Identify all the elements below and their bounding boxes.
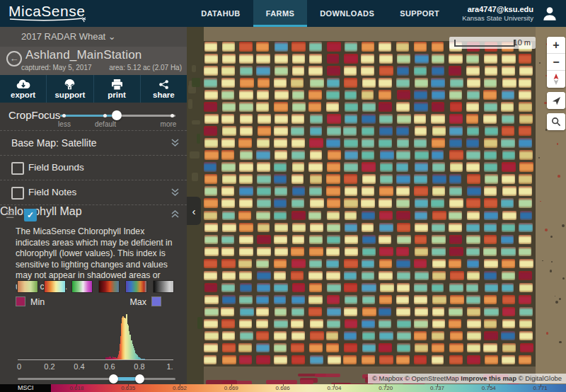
field-plot	[309, 138, 323, 148]
field-plot	[432, 126, 446, 136]
field-plot	[415, 235, 427, 245]
farm-selector-dropdown[interactable]: 2017 RADAR Wheat ⌄	[0, 27, 187, 47]
min-color-picker[interactable]	[16, 296, 25, 306]
field-plot	[308, 102, 321, 112]
field-plot	[222, 174, 236, 184]
map-canvas[interactable]: 10 m + −	[187, 27, 566, 392]
captured-date: captured: May 5, 2017	[21, 64, 92, 71]
chlorophyll-checkbox[interactable]: ✓	[24, 209, 37, 221]
nav-item-downloads[interactable]: DOWNLOADS	[307, 0, 387, 27]
zoom-in-button[interactable]: +	[547, 37, 565, 54]
field-plot	[379, 331, 393, 341]
field-plot	[483, 90, 496, 100]
field-plot	[291, 198, 304, 208]
sidebar-collapse-tab[interactable]: ‹	[187, 197, 201, 225]
field-plot	[485, 126, 498, 136]
colormap-swatch-2[interactable]	[44, 280, 65, 293]
field-plot	[326, 186, 340, 196]
field-bounds-row[interactable]: Field Bounds	[0, 155, 187, 180]
field-notes-row[interactable]: Field Notes	[0, 180, 187, 204]
field-plot	[379, 102, 392, 112]
field-plot	[257, 283, 270, 293]
back-button[interactable]: ←	[6, 51, 22, 67]
field-plot	[467, 259, 480, 269]
colormap-swatch-4[interactable]	[98, 280, 120, 293]
field-plot	[519, 114, 533, 124]
field-plot	[309, 343, 323, 353]
field-plot	[432, 90, 446, 100]
field-plot	[239, 162, 253, 172]
share-button[interactable]: share	[141, 75, 187, 103]
user-avatar-icon[interactable]	[541, 4, 559, 23]
field-plot	[275, 307, 287, 317]
locate-button[interactable]	[547, 92, 565, 109]
field-plot	[519, 138, 532, 148]
field-plot	[362, 90, 374, 100]
print-button[interactable]: print	[94, 75, 141, 103]
export-button[interactable]: export	[0, 75, 47, 103]
compass-button[interactable]	[547, 71, 565, 88]
index-value: 0.686	[276, 385, 290, 391]
histogram-range-track[interactable]	[18, 378, 175, 380]
max-group: Max	[129, 296, 161, 307]
double-chevron-down-icon[interactable]	[171, 138, 180, 148]
field-plot	[450, 271, 464, 281]
field-plot	[204, 162, 216, 172]
account-info[interactable]: ara4747@ksu.edu Kansas State University	[462, 0, 533, 27]
field-plot	[432, 247, 446, 257]
scale-label: 10 m	[514, 38, 531, 47]
field-plot	[396, 355, 410, 365]
field-plot	[397, 54, 410, 64]
field-plot	[239, 271, 252, 281]
support-button[interactable]: support	[47, 75, 93, 103]
search-button[interactable]	[547, 113, 565, 130]
field-plot	[256, 307, 269, 317]
chlorophyll-map-row[interactable]: ☰ ✓ Chlorophyll Map	[0, 204, 187, 224]
field-plot	[204, 174, 217, 184]
max-color-picker[interactable]	[151, 296, 161, 306]
field-plot	[379, 54, 393, 64]
field-plot	[345, 211, 357, 221]
index-value: 0.720	[379, 385, 393, 391]
micasense-logo[interactable]: MicaSense	[8, 0, 92, 27]
nav-item-support[interactable]: SUPPORT	[387, 0, 452, 27]
colormap-swatch-6[interactable]	[153, 280, 174, 293]
field-plot	[449, 355, 463, 365]
range-handle-max[interactable]	[135, 374, 144, 384]
field-plot	[222, 102, 236, 112]
field-plot	[432, 319, 445, 329]
field-plot	[415, 162, 428, 172]
field-plot	[519, 295, 531, 305]
range-handle-min[interactable]	[109, 374, 118, 384]
field-plot	[449, 138, 462, 148]
field-bounds-checkbox[interactable]	[11, 162, 24, 175]
cropfocus-slider-handle[interactable]	[112, 110, 122, 120]
field-plot	[501, 235, 514, 245]
colormap-swatch-3[interactable]	[71, 280, 93, 293]
field-plot	[292, 283, 305, 293]
improve-map-link[interactable]: Improve this map	[461, 374, 516, 382]
field-notes-checkbox[interactable]	[11, 187, 24, 200]
field-plot	[274, 198, 287, 208]
drag-handle-icon[interactable]: ☰	[6, 209, 16, 220]
field-plot	[258, 114, 271, 124]
field-plot	[432, 162, 445, 172]
field-plot	[326, 138, 340, 148]
colormap-swatch-5[interactable]	[125, 280, 146, 293]
field-plot	[362, 150, 374, 160]
field-plot	[327, 223, 340, 233]
soil-speck	[555, 296, 556, 297]
nav-item-farms[interactable]: FARMS	[253, 0, 308, 27]
double-chevron-up-icon[interactable]	[171, 209, 180, 219]
field-plot	[466, 114, 479, 124]
field-plot	[362, 355, 375, 365]
field-plot	[310, 331, 324, 341]
field-plot	[344, 54, 358, 64]
field-plot	[274, 138, 288, 148]
double-chevron-down-icon[interactable]	[171, 188, 180, 197]
field-plot	[204, 114, 219, 124]
basemap-row[interactable]: Base Map: Satellite	[0, 130, 187, 155]
nav-item-datahub[interactable]: DATAHUB	[188, 0, 253, 27]
zoom-out-button[interactable]: −	[547, 54, 565, 71]
colormap-swatch-1[interactable]	[17, 280, 38, 293]
